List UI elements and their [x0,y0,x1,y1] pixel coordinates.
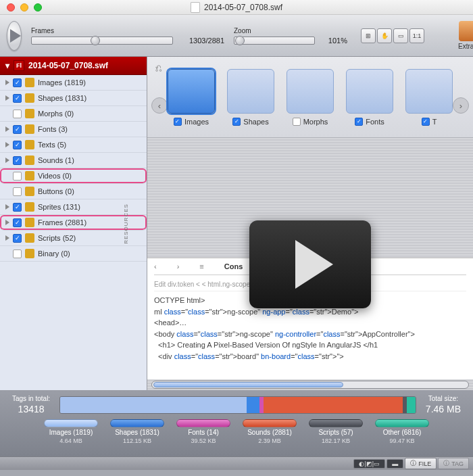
cat-prev-button[interactable]: ‹ [151,97,168,114]
zoom-slider[interactable] [234,37,315,45]
checkbox[interactable] [13,172,22,181]
checkbox[interactable] [13,125,22,134]
legend-swatch [110,419,164,427]
checkbox[interactable] [13,234,22,243]
legend-swatch [176,419,230,427]
category-tile[interactable] [346,69,393,114]
cat-next-button[interactable]: › [453,97,469,114]
category-bar: ⎌ ‹ › ImagesShapesMorphsFontsT [147,57,473,138]
nav-icon[interactable]: ≡ [199,262,203,270]
category-tile[interactable] [405,69,453,114]
sidebar-item[interactable]: Buttons (0) [0,184,147,199]
checkbox[interactable] [422,118,430,126]
category-tile[interactable] [287,69,334,114]
checkbox[interactable] [174,118,182,126]
sidebar-item[interactable]: Sounds (1) [0,153,147,168]
titlebar: 2014-05-07_0708.swf [0,0,473,15]
checkbox[interactable] [13,249,22,258]
legend-swatch [375,419,429,427]
resources-grip[interactable]: RESOURCES [124,204,130,244]
frames-control: Frames 1303/2881 [31,27,224,45]
checkbox[interactable] [13,94,22,103]
status-dark-1[interactable]: ◐|◩|▭ [353,459,385,469]
frames-slider[interactable] [31,37,173,45]
checkbox[interactable] [13,156,22,165]
legend-size: 112.15 KB [123,437,151,444]
category[interactable]: Morphs [287,69,334,126]
legend-label: Scripts (57) [318,429,353,436]
category[interactable]: Images [168,69,215,126]
size-value: 7.46 MB [426,403,461,415]
undo-icon[interactable]: ⎌ [155,62,162,74]
checkbox[interactable] [13,78,22,87]
size-bar [59,396,416,414]
resource-icon [25,202,34,212]
category-label: Images [184,118,209,126]
play-overlay-icon [295,240,333,289]
sidebar-item-label: Frames (2881) [38,218,86,227]
size-segment [264,397,402,413]
disclosure-icon [5,142,9,147]
extract-button[interactable]: Extract [458,21,473,50]
status-tag[interactable]: ⓘ TAG [438,458,469,469]
legend-item: Other (6816)99.47 KB [375,419,429,444]
sidebar-item[interactable]: Shapes (1831) [0,91,147,106]
play-button[interactable] [7,21,22,51]
legend-label: Other (6816) [383,429,422,436]
close-icon[interactable] [7,3,15,11]
resource-icon [25,171,34,181]
checkbox[interactable] [13,187,22,196]
sidebar-item-label: Texts (5) [38,141,66,149]
checkbox[interactable] [293,118,301,126]
checkbox[interactable] [355,118,363,126]
view-button[interactable]: ✋ [377,28,392,43]
view-button[interactable]: 1:1 [409,28,424,43]
sidebar-item[interactable]: Texts (5) [0,137,147,153]
nav-icon[interactable]: ‹ [154,262,157,270]
footer: Tags in total: 13418 Total size: 7.46 MB… [0,390,473,456]
category-tile[interactable] [227,69,274,114]
slider-thumb[interactable] [235,36,245,45]
legend-size: 2.39 MB [258,437,281,444]
checkbox[interactable] [13,141,22,149]
zoom-icon[interactable] [34,3,42,11]
category-tile[interactable] [168,69,215,114]
checkbox[interactable] [13,218,22,227]
sidebar-item[interactable]: Images (1819) [0,75,147,91]
resource-icon [25,233,34,243]
legend: Images (1819)4.64 MBShapes (1831)112.15 … [12,419,461,444]
category[interactable]: T [405,69,453,126]
view-button[interactable]: ⊞ [361,28,376,43]
view-button[interactable]: ▭ [393,28,408,43]
legend-size: 99.47 KB [389,437,414,444]
checkbox[interactable] [13,110,22,118]
h-scrollbar[interactable] [151,381,469,389]
status-file[interactable]: ⓘ FILE [405,458,437,469]
window-controls [0,3,42,11]
player-overlay[interactable] [249,220,371,308]
category[interactable]: Shapes [227,69,274,126]
status-bar: ◐|◩|▭ ▬ ⓘ FILE ⓘ TAG [0,456,473,470]
minimize-icon[interactable] [20,3,28,11]
sidebar-item[interactable]: Fonts (3) [0,122,147,137]
sidebar-item[interactable]: Morphs (0) [0,106,147,122]
resource-icon [25,156,34,165]
scrollbar-thumb[interactable] [153,382,343,387]
sidebar-item[interactable]: Videos (0) [0,168,147,184]
slider-thumb[interactable] [91,36,100,45]
checkbox[interactable] [232,118,241,126]
sidebar-item-label: Shapes (1831) [38,94,86,102]
status-dark-2[interactable]: ▬ [387,459,403,469]
category[interactable]: Fonts [346,69,393,126]
sidebar-header[interactable]: ▾ Fl 2014-05-07_0708.swf [0,57,147,75]
sidebar-item[interactable]: Binary (0) [0,246,147,262]
nav-icon[interactable]: › [177,262,180,270]
disclosure-icon [5,126,9,132]
devtools-tab[interactable]: Cons [224,262,243,270]
frames-label: Frames [31,27,224,34]
checkbox[interactable] [13,203,22,212]
sidebar-file: 2014-05-07_0708.swf [28,61,108,70]
legend-swatch [243,419,297,427]
zoom-control: Zoom 101% [234,27,347,45]
sidebar: ▾ Fl 2014-05-07_0708.swf Images (1819)Sh… [0,57,147,390]
